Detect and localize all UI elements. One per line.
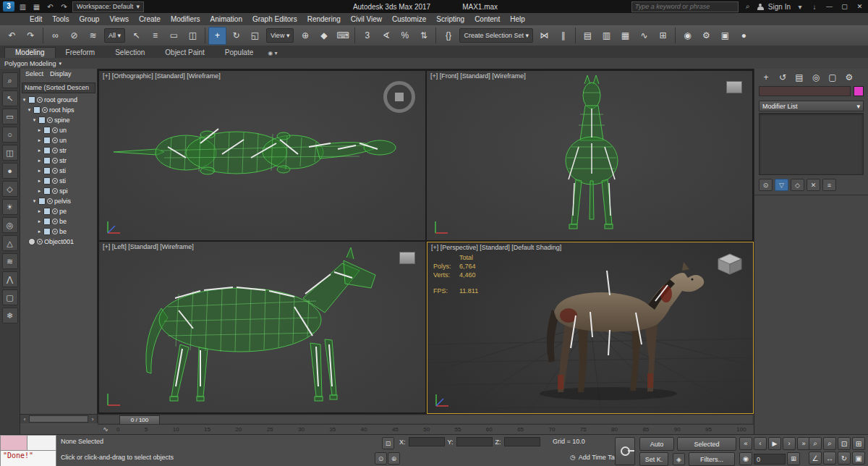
x-coordinate-field[interactable] [409, 437, 445, 446]
visibility-eye-icon[interactable] [52, 137, 58, 143]
menu-item[interactable]: Help [505, 15, 530, 23]
unlink-selection-icon[interactable]: ⊘ [65, 27, 83, 45]
viewport-label[interactable]: [+] [Left] [Standard] [Wireframe] [103, 243, 194, 250]
undo-quick-icon[interactable]: ↶ [45, 3, 56, 11]
render-production-icon[interactable]: ● [735, 27, 753, 45]
zoom-icon[interactable]: ⌕ [809, 437, 822, 450]
show-end-result-icon[interactable]: ▽ [775, 179, 788, 191]
redo-icon[interactable]: ↷ [22, 27, 40, 45]
ribbon-panel-strip[interactable]: Polygon Modeling ▾ [0, 58, 868, 69]
frame-tick-label[interactable]: 40 [361, 426, 367, 433]
containers-filter-icon[interactable]: ▢ [2, 289, 18, 305]
add-time-tag[interactable]: ◷ Add Time Tag [570, 454, 618, 461]
next-frame-button[interactable]: › [783, 437, 796, 450]
tree-item[interactable]: ▾ root hips [20, 105, 97, 115]
previous-frame-button[interactable]: ‹ [754, 437, 767, 450]
pin-stack-icon[interactable]: ⊙ [759, 179, 773, 191]
viewcube[interactable] [726, 81, 742, 93]
rendered-frame-icon[interactable]: ▣ [716, 27, 734, 45]
menu-item[interactable]: Graph Editors [247, 15, 302, 23]
tree-item[interactable]: ▸ pe [20, 206, 97, 216]
expand-arrow-icon[interactable]: ▸ [37, 188, 42, 194]
frame-tick-label[interactable]: 15 [204, 426, 210, 433]
frame-tick-label[interactable]: 75 [580, 426, 587, 433]
workspace-dropdown[interactable]: Workspace: Default ▾ [72, 1, 144, 12]
selection-set-keys-dropdown[interactable]: Selected [677, 437, 736, 451]
percent-snap-icon[interactable]: % [396, 27, 414, 45]
explorer-hscrollbar[interactable]: ‹ › [20, 414, 97, 423]
tree-item[interactable]: ▸ un [20, 135, 97, 145]
zoom-all-icon[interactable]: ⌕ [823, 437, 836, 450]
tree-item[interactable]: ▸ be [20, 216, 97, 226]
viewport-label[interactable]: [+] [Perspective] [Standard] [Default Sh… [431, 244, 561, 251]
viewport-front[interactable]: [+] [Front] [Standard] [Wireframe] [427, 71, 752, 240]
window-crossing-icon[interactable]: ◫ [184, 27, 202, 45]
align-icon[interactable]: ∥ [554, 27, 572, 45]
current-frame-field[interactable]: 0 [754, 454, 786, 465]
maximize-viewport-icon[interactable]: ▣ [852, 452, 865, 465]
toolbar-separator[interactable] [435, 27, 436, 43]
create-tab-icon[interactable]: + [760, 72, 772, 82]
pan-icon[interactable]: ↔ [823, 452, 836, 465]
tree-item[interactable]: ▸ sti [20, 166, 97, 176]
hierarchy-tab-icon[interactable]: ▤ [793, 72, 805, 82]
frame-tick-label[interactable]: 10 [173, 426, 179, 433]
frame-tick-label[interactable]: 80 [611, 426, 618, 433]
visibility-eye-icon[interactable] [37, 97, 43, 103]
zoom-extents-all-icon[interactable]: ⊞ [852, 437, 865, 450]
toolbar-separator[interactable] [354, 27, 355, 43]
cameras-filter-icon[interactable]: ◎ [2, 217, 18, 233]
key-mode-toggle-icon[interactable]: ◉ [739, 452, 752, 465]
viewcube[interactable] [399, 252, 415, 264]
motion-tab-icon[interactable]: ◎ [810, 72, 822, 82]
keyboard-override-icon[interactable]: ⌨ [333, 27, 352, 45]
toggle-set-key-mode-button[interactable] [615, 437, 635, 465]
time-slider-track[interactable]: 0 / 100 [99, 415, 752, 423]
expand-arrow-icon[interactable]: ▸ [37, 208, 42, 214]
tree-item[interactable]: ▾ root ground [20, 95, 97, 105]
tree-item[interactable]: ▸ str [20, 156, 97, 166]
redo-quick-icon[interactable]: ↷ [59, 3, 69, 11]
visibility-eye-icon[interactable] [52, 168, 58, 174]
viewport-left[interactable]: [+] [Left] [Standard] [Wireframe] [99, 242, 425, 412]
visibility-eye-icon[interactable] [52, 229, 58, 234]
mini-curve-editor-icon[interactable]: ∿ [99, 425, 112, 434]
minimize-button[interactable]: — [824, 3, 835, 10]
expand-arrow-icon[interactable]: ▸ [37, 178, 42, 184]
spacewarps-filter-icon[interactable]: ≋ [2, 253, 18, 269]
tree-item[interactable]: ▸ un [20, 125, 97, 135]
scene-explorer-toggle-icon[interactable]: ▥ [597, 27, 616, 45]
bind-to-spacewarp-icon[interactable]: ≋ [84, 27, 102, 45]
tree-item[interactable]: ▸ str [20, 145, 97, 156]
menu-item[interactable]: Customize [387, 15, 431, 23]
selection-filter-dropdown[interactable]: All ▾ [104, 28, 125, 43]
toolbar-separator[interactable] [205, 27, 205, 43]
select-object-filter-icon[interactable]: ↖ [2, 90, 18, 106]
use-pivot-center-icon[interactable]: ⊕ [296, 27, 314, 45]
tree-item[interactable]: ▸ sti [20, 176, 97, 186]
visibility-eye-icon[interactable] [52, 148, 58, 153]
select-and-scale-icon[interactable]: ◱ [246, 27, 264, 45]
window-crossing-filter-icon[interactable]: ◫ [2, 145, 18, 161]
toolbar-separator[interactable] [575, 27, 576, 43]
select-and-move-icon[interactable]: + [208, 27, 226, 45]
layer-manager-icon[interactable]: ▤ [579, 27, 597, 45]
search-icon[interactable]: ⌕ [743, 2, 753, 11]
visibility-eye-icon[interactable] [52, 158, 58, 164]
menu-item[interactable]: Group [75, 15, 105, 23]
communication-center-icon[interactable]: ↓ [809, 3, 820, 11]
frame-tick-label[interactable]: 85 [642, 426, 649, 433]
zoom-extents-icon[interactable]: ⊡ [838, 437, 851, 450]
frame-tick-label[interactable]: 45 [392, 426, 399, 433]
expand-arrow-icon[interactable]: ▾ [32, 198, 37, 204]
chevron-down-icon[interactable]: ▾ [795, 3, 805, 11]
ribbon-config-icon[interactable]: ◉ ▾ [268, 50, 277, 58]
visibility-eye-icon[interactable] [47, 117, 53, 123]
bones-filter-icon[interactable]: ⋀ [2, 271, 18, 287]
menu-item[interactable]: Edit [25, 15, 47, 23]
snaps-toggle-icon[interactable]: 3 [358, 27, 376, 45]
expand-arrow-icon[interactable]: ▸ [37, 219, 42, 224]
scroll-right-icon[interactable]: › [90, 416, 95, 423]
curve-editor-icon[interactable]: ∿ [635, 27, 653, 45]
isolate-selection-icon[interactable]: ⊙ [375, 452, 387, 465]
